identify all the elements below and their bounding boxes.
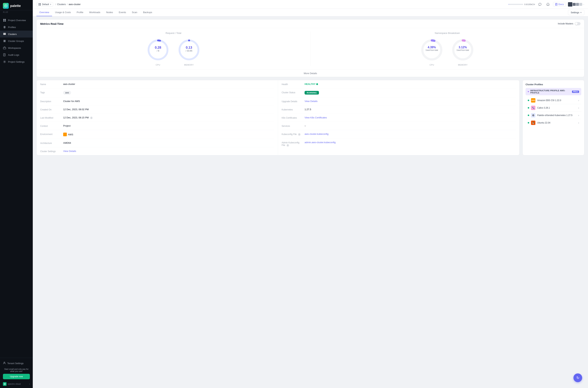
env-badge: AWS — [63, 133, 73, 136]
tags-label: Tags — [40, 91, 60, 94]
more-details-link[interactable]: More Details — [37, 70, 584, 77]
metrics-donuts: Namespace Breakdown — [311, 32, 581, 66]
chat-icon[interactable] — [537, 1, 543, 7]
sidebar-item-workspaces[interactable]: Workspaces — [0, 45, 33, 51]
tab-usage-costs[interactable]: Usage & Costs — [52, 9, 74, 16]
info-k8s-row: Kubernetes 1.27.5 — [282, 105, 516, 114]
info-upgrade-row: Upgrade Details View Details — [282, 97, 516, 105]
k8s-certs-link[interactable]: View K8s Certificates — [305, 116, 327, 119]
sidebar-collapse-icon[interactable]: ‹ — [29, 383, 30, 385]
brand-label: spectro cloud — [8, 383, 21, 385]
tab-profile[interactable]: Profile — [74, 9, 86, 16]
svg-point-8 — [5, 34, 5, 35]
cluster-settings-link[interactable]: View Details — [63, 150, 76, 152]
include-masters-toggle[interactable] — [575, 22, 581, 25]
svg-text:/ 33.65: / 33.65 — [185, 49, 192, 52]
cpu-gauge: 0.28 / 8 — [146, 38, 170, 62]
upgrade-details-link[interactable]: View Details — [305, 100, 317, 102]
gauges-row: 0.28 / 8 CPU — [40, 38, 307, 66]
server-icon — [3, 32, 6, 36]
cluster-info-card: Name aws-cluster Tags aws Description Cl… — [36, 80, 520, 155]
k8s-certs-label: K8s Certificates — [282, 116, 302, 119]
info-icon[interactable]: i — [90, 117, 93, 119]
breadcrumb-sep2: / — [67, 3, 68, 6]
profile-item-name-k8s: Palette eXtended Kubernetes 1.27.5 — [537, 114, 576, 117]
kubernetes-label: Kubernetes — [282, 108, 302, 111]
tab-events[interactable]: Events — [116, 9, 129, 16]
memory-gauge-container: 0.13 / 33.65 MEMORY — [177, 38, 201, 66]
kubeconfig-label: Kubeconfig File i — [282, 133, 302, 136]
sidebar-item-clusters[interactable]: Clusters — [0, 31, 33, 38]
settings-button[interactable]: Settings ▾ — [568, 10, 584, 15]
description-value: Cluster for AWS — [63, 100, 80, 102]
include-masters-label: Include Masters — [558, 23, 573, 25]
breadcrumb: / Clusters / aws-cluster — [55, 3, 81, 6]
cluster-settings-label: Cluster Settings — [40, 150, 60, 153]
info-description-row: Description Cluster for AWS — [40, 97, 274, 105]
sidebar-item-label: Project Settings — [8, 60, 24, 63]
profile-item-ebs[interactable]: AWS Amazon EBS CSI 1.22.0 › — [525, 97, 581, 104]
sidebar-item-cluster-groups[interactable]: Cluster Groups — [0, 38, 33, 45]
sidebar-item-audit-logs[interactable]: Audit Logs — [0, 51, 33, 58]
user-controls: ··· — [568, 2, 584, 7]
tab-scan[interactable]: Scan — [129, 9, 140, 16]
status-dot-ubuntu — [528, 122, 529, 123]
svg-rect-22 — [39, 4, 40, 5]
modified-value: 12 Dec, 2023, 08:15 PM i — [63, 116, 93, 119]
profile-header: ▾ INFRASTRUCTURE PROFILE AWS-PROFILE PRO… — [525, 88, 581, 95]
sidebar-item-label: Clusters — [8, 33, 17, 36]
workspace-selector[interactable]: Default ▾ — [36, 2, 53, 7]
svg-rect-2 — [5, 19, 6, 20]
fab-button[interactable]: ↻ — [573, 373, 582, 382]
services-label: Services — [282, 124, 302, 127]
tab-nodes[interactable]: Nodes — [103, 9, 116, 16]
settings-icon — [3, 60, 6, 63]
cpu-donut-container: 4.39% Used from total CPU — [420, 38, 444, 66]
request-total-label: Request / Total — [40, 32, 307, 34]
notification-icon[interactable] — [545, 1, 551, 7]
admin-kubeconfig-info-icon[interactable]: i — [287, 144, 289, 147]
svg-point-17 — [4, 362, 5, 363]
svg-rect-3 — [3, 20, 4, 22]
tenant-settings-item[interactable]: Tenant Settings — [3, 360, 30, 366]
sidebar-item-project-overview[interactable]: Project Overview — [0, 17, 33, 24]
cpu-gauge-label: CPU — [156, 64, 160, 66]
tab-overview[interactable]: Overview — [36, 9, 52, 16]
settings-label: Settings — [571, 11, 579, 14]
svg-rect-10 — [4, 40, 5, 42]
metrics-content: Request / Total 0.28 — [37, 28, 584, 70]
info-admin-kubeconfig-row: Admin Kubeconfig File i admin.aws-cluste… — [282, 138, 516, 149]
profile-item-ubuntu[interactable]: 🐧 Ubuntu 22.04 › — [525, 119, 581, 126]
info-cluster-settings-row: Cluster Settings View Details — [40, 147, 274, 155]
toggle-knob — [575, 23, 578, 25]
memory-donut-container: 3.12% Used from total MEMORY — [451, 38, 475, 66]
topbar-right: 0.6/100kCH Docs ··· — [509, 1, 584, 7]
admin-kubeconfig-link[interactable]: admin.aws-cluster.kubeconfig — [305, 141, 336, 144]
svg-point-7 — [5, 33, 5, 33]
profile-item-k8s[interactable]: ⚙ Palette eXtended Kubernetes 1.27.5 › — [525, 112, 581, 119]
breadcrumb-clusters[interactable]: Clusters — [57, 3, 66, 6]
svg-text:Used from total: Used from total — [456, 49, 469, 51]
profile-chevron-icon[interactable]: ▾ — [528, 90, 529, 93]
kubeconfig-info-icon[interactable]: i — [298, 133, 301, 136]
cluster-status-value: RUNNING — [305, 91, 319, 95]
svg-rect-11 — [3, 47, 6, 49]
tab-backups[interactable]: Backups — [140, 9, 155, 16]
info-grid: Name aws-cluster Tags aws Description Cl… — [37, 80, 519, 155]
profile-item-name-calico: Calico 3.26.1 — [537, 107, 576, 109]
tab-workloads[interactable]: Workloads — [86, 9, 103, 16]
upgrade-button[interactable]: Upgrade now — [3, 374, 30, 379]
upgrade-section: Start small and only pay for what you us… — [3, 366, 30, 381]
docs-button[interactable]: Docs — [553, 2, 566, 7]
status-dot-ebs — [528, 100, 529, 101]
architecture-label: Architecture — [40, 142, 60, 145]
sidebar-item-project-settings[interactable]: Project Settings — [0, 58, 33, 65]
sidebar-item-profiles[interactable]: Profiles — [0, 24, 33, 31]
profile-item-calico[interactable]: 🐾 Calico 3.26.1 › — [525, 104, 581, 112]
sidebar-nav: Project Overview Profiles Clusters — [0, 15, 33, 358]
kubeconfig-link[interactable]: aws-cluster.kubeconfig — [305, 133, 329, 135]
include-masters-control: Include Masters — [558, 22, 581, 25]
bottom-section: Name aws-cluster Tags aws Description Cl… — [36, 80, 584, 155]
user-icon4 — [579, 3, 582, 6]
description-label: Description — [40, 100, 60, 103]
